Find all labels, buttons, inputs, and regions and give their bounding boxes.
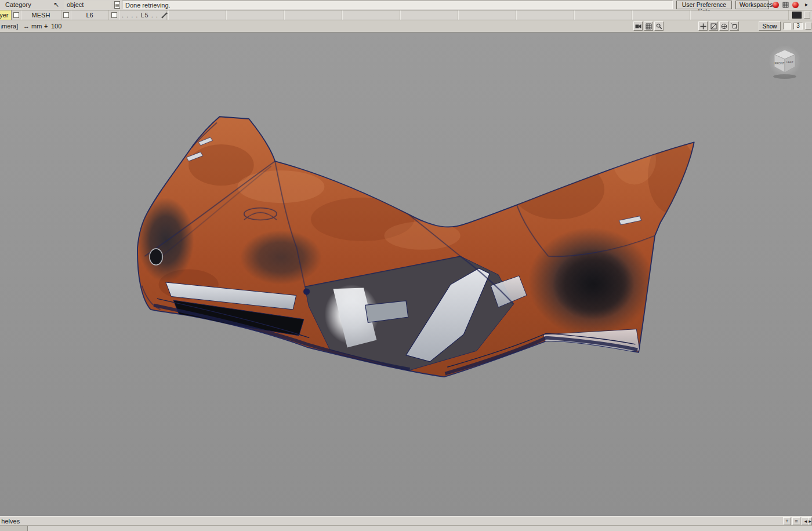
grid-size-value: 100: [51, 23, 61, 30]
view-cube[interactable]: FRONT LEFT: [766, 45, 804, 83]
application-window: Category ↖ object Done retrieving. User …: [0, 0, 812, 531]
bumper-model[interactable]: [0, 32, 812, 516]
display-mode-field[interactable]: [783, 23, 791, 30]
camera-label[interactable]: [Camera]: [1, 23, 22, 30]
status-field: Done retrieving.: [122, 1, 673, 9]
panel-count-field[interactable]: 3: [793, 23, 803, 30]
shelves-label[interactable]: Shelves: [1, 518, 26, 525]
layer-slot[interactable]: [690, 10, 789, 20]
layer-slot[interactable]: [284, 10, 342, 20]
layer-slot[interactable]: [226, 10, 284, 20]
shelves-label-text: Shelves: [1, 518, 20, 525]
viewport-3d[interactable]: FRONT LEFT: [0, 32, 812, 516]
mesh-checkbox[interactable]: [63, 12, 69, 18]
workspaces-button[interactable]: Workspaces: [735, 1, 769, 9]
user-preference-sets-button[interactable]: User Preference Sets: [676, 1, 732, 9]
grid-snap-icon: +: [44, 23, 48, 30]
status-text: Done retrieving.: [125, 2, 171, 9]
view-cube-shadow: [773, 74, 796, 79]
view-cube-left-label: LEFT: [786, 60, 793, 64]
viewport-header-end-button[interactable]: [805, 23, 811, 30]
expand-arrow-icon[interactable]: ▸: [805, 1, 808, 8]
layer-toolbar: Layer MESH L6 . . . . L5 . .: [0, 10, 812, 20]
category-dropdown[interactable]: Category: [5, 1, 31, 8]
object-field[interactable]: object: [64, 1, 111, 9]
layer-button-mesh[interactable]: MESH: [21, 10, 61, 20]
shelf-add-icon[interactable]: +: [783, 517, 791, 525]
units-label: mm: [31, 23, 42, 30]
layer-slot[interactable]: [632, 10, 690, 20]
shelf-scroll-right-icon[interactable]: ▸: [808, 517, 812, 525]
pan-view-icon[interactable]: [698, 21, 708, 31]
l6-label: L6: [86, 12, 93, 19]
view-cube-front-label: FRONT: [774, 61, 784, 65]
snap-grid-icon[interactable]: [782, 2, 789, 8]
l5-label: . . . . L5 . .: [122, 12, 158, 19]
layer-slot[interactable]: [400, 10, 458, 20]
l6-checkbox[interactable]: [111, 12, 117, 18]
fit-view-icon[interactable]: [730, 21, 739, 31]
layer-slot[interactable]: [574, 10, 632, 20]
grid-toggle-icon[interactable]: [644, 21, 653, 31]
mesh-label: MESH: [32, 12, 50, 19]
shelf-tab-bar: [0, 526, 812, 531]
object-field-value: object: [67, 1, 84, 8]
pick-cursor-icon[interactable]: ↖: [53, 1, 59, 9]
red-sphere-icon[interactable]: [773, 2, 779, 8]
document-icon[interactable]: [114, 1, 120, 9]
magnifier-icon[interactable]: [654, 21, 664, 31]
shelves-bar: Shelves + ≡ ◂ ▸: [0, 516, 812, 526]
layer-chip[interactable]: Layer: [0, 10, 12, 20]
layer-color-swatch[interactable]: [792, 12, 802, 19]
camera-toggle-icon[interactable]: [633, 21, 643, 31]
shelf-tab[interactable]: [0, 526, 28, 531]
units-arrows-icon: ↔: [23, 23, 30, 30]
show-button[interactable]: Show: [759, 21, 781, 31]
layer-slot[interactable]: [458, 10, 516, 20]
layer-slot[interactable]: [516, 10, 574, 20]
layer-field-l5[interactable]: . . . . L5 . .: [119, 10, 167, 20]
layer-bar-end-button[interactable]: [804, 12, 810, 19]
layer-checkbox[interactable]: [13, 12, 19, 18]
layer-slot[interactable]: [342, 10, 400, 20]
layer-slot[interactable]: [168, 10, 226, 20]
layer-button-l6[interactable]: L6: [71, 10, 109, 20]
layer-chip-label: Layer: [0, 12, 9, 19]
red-sphere-axis-icon[interactable]: [792, 2, 799, 8]
top-toolbar: Category ↖ object Done retrieving. User …: [0, 0, 812, 10]
camera-label-text: [Camera]: [1, 23, 18, 30]
viewport-header: [Camera] ↔ mm + 100: [0, 20, 812, 32]
globe-view-icon[interactable]: [719, 21, 728, 31]
shelf-list-icon[interactable]: ≡: [792, 517, 800, 525]
frame-view-icon[interactable]: [709, 21, 718, 31]
